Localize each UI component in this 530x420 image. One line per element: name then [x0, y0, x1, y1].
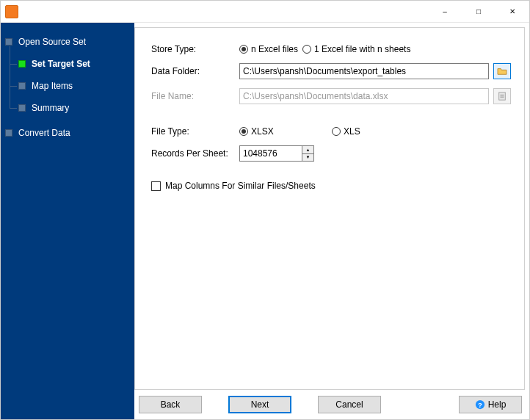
radio-icon [302, 45, 311, 54]
records-per-sheet-spinner[interactable]: ▲ ▼ [239, 145, 314, 162]
wizard-tree: Open Source Set Set Target Set [5, 33, 130, 142]
button-bar: Back Next Cancel ? Help [134, 390, 529, 419]
store-type-one-file[interactable]: 1 Excel file with n sheets [302, 44, 410, 54]
window-root: – □ ✕ Open Source Set [0, 0, 530, 420]
tree-node-icon [5, 129, 12, 137]
tree-node-icon [5, 38, 12, 46]
sidebar-item-label: Set Target Set [32, 59, 90, 69]
map-columns-checkbox[interactable]: Map Columns For Similar Files/Sheets [151, 181, 511, 191]
browse-file-name-button [493, 88, 511, 104]
app-icon [5, 5, 18, 18]
file-name-label: File Name: [151, 91, 239, 101]
file-icon [497, 92, 507, 101]
back-button[interactable]: Back [139, 396, 202, 413]
radio-icon [239, 45, 248, 54]
sidebar-item-label: Map Items [32, 81, 73, 91]
maximize-button[interactable]: □ [462, 1, 495, 23]
tree-node-icon [18, 104, 26, 112]
sidebar-item-summary[interactable]: Summary [18, 99, 130, 117]
sidebar-item-label: Open Source Set [18, 37, 86, 47]
wizard-sidebar: Open Source Set Set Target Set [1, 23, 134, 419]
radio-label: 1 Excel file with n sheets [314, 44, 410, 54]
store-type-group: n Excel files 1 Excel file with n sheets [239, 44, 511, 54]
radio-label: XLSX [251, 126, 274, 137]
file-type-group: XLSX XLS [239, 126, 511, 137]
data-folder-label: Data Folder: [151, 66, 239, 76]
spinner-up-button[interactable]: ▲ [302, 146, 313, 153]
file-type-label: File Type: [151, 126, 239, 137]
radio-icon [239, 127, 248, 136]
help-icon: ? [475, 399, 485, 410]
checkbox-icon [151, 181, 161, 191]
records-per-sheet-input[interactable] [239, 145, 302, 162]
spinner-down-button[interactable]: ▼ [302, 153, 313, 162]
store-type-label: Store Type: [151, 44, 239, 54]
sidebar-item-map-items[interactable]: Map Items [18, 77, 130, 95]
file-name-input [239, 88, 489, 104]
svg-text:?: ? [478, 401, 482, 409]
help-button-label: Help [488, 399, 507, 410]
sidebar-item-open-source-set[interactable]: Open Source Set [5, 33, 130, 51]
sidebar-item-convert-data[interactable]: Convert Data [5, 124, 130, 142]
form-area: Store Type: n Excel files 1 Excel file w… [134, 27, 525, 390]
next-button[interactable]: Next [228, 396, 291, 413]
sidebar-item-set-target-set[interactable]: Set Target Set [18, 55, 130, 73]
sidebar-item-label: Summary [32, 103, 69, 113]
radio-icon [332, 127, 341, 136]
radio-label: n Excel files [251, 44, 298, 54]
minimize-button[interactable]: – [428, 1, 462, 23]
cancel-button[interactable]: Cancel [318, 396, 381, 413]
browse-data-folder-button[interactable] [493, 63, 511, 79]
records-per-sheet-label: Records Per Sheet: [151, 148, 239, 159]
close-button[interactable]: ✕ [495, 1, 529, 23]
help-button[interactable]: ? Help [459, 396, 522, 413]
sidebar-item-label: Convert Data [18, 128, 70, 138]
data-folder-input[interactable] [239, 63, 489, 79]
titlebar: – □ ✕ [1, 1, 529, 23]
file-type-xlsx[interactable]: XLSX [239, 126, 327, 137]
tree-node-icon [18, 82, 26, 90]
checkbox-label: Map Columns For Similar Files/Sheets [165, 181, 316, 191]
folder-icon [497, 67, 507, 76]
store-type-n-files[interactable]: n Excel files [239, 44, 298, 54]
tree-node-icon [18, 60, 26, 68]
radio-label: XLS [344, 126, 360, 137]
file-type-xls[interactable]: XLS [332, 126, 360, 137]
main-panel: Store Type: n Excel files 1 Excel file w… [134, 23, 529, 419]
